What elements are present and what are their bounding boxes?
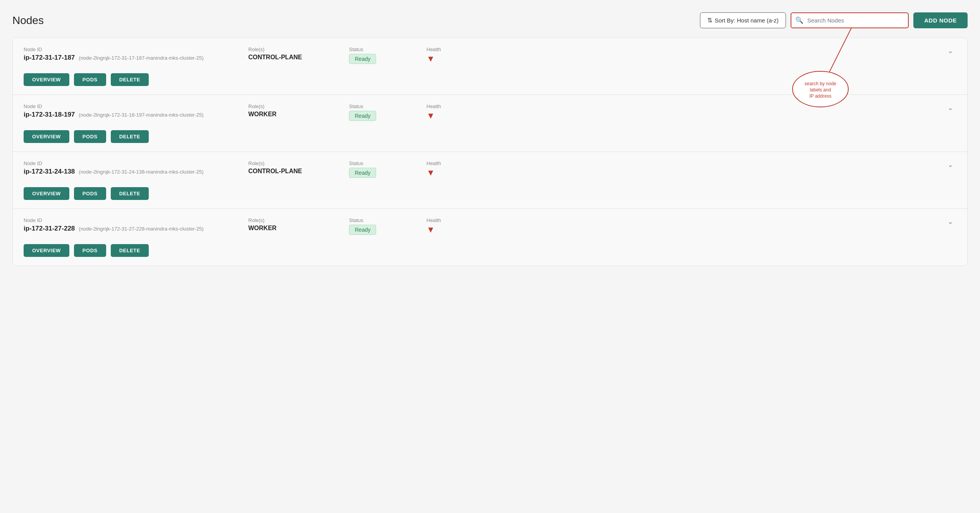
roles-label: Role(s) — [248, 217, 349, 223]
node-actions: OVERVIEWPODSDELETE — [24, 244, 956, 257]
node-col-expand[interactable]: ⌄ — [496, 217, 956, 226]
search-icon: 🔍 — [791, 16, 807, 24]
node-id-row: ip-172-31-24-138 (node-2lngrqk-172-31-24… — [24, 168, 248, 176]
sort-icon: ⇅ — [707, 17, 712, 24]
node-row-top: Node ID ip-172-31-18-197 (node-2lngrqk-1… — [24, 103, 956, 124]
node-col-health: Health ▼ — [426, 103, 496, 121]
node-id-row: ip-172-31-18-197 (node-2lngrqk-172-31-18… — [24, 111, 248, 119]
status-badge: Ready — [349, 225, 376, 235]
roles-label: Role(s) — [248, 46, 349, 52]
sort-button[interactable]: ⇅ Sort By: Host name (a-z) — [700, 12, 786, 28]
status-badge: Ready — [349, 111, 376, 121]
action-btn-delete[interactable]: DELETE — [111, 130, 149, 143]
node-col-id: Node ID ip-172-31-17-187 (node-2lngrqk-1… — [24, 46, 248, 67]
node-col-id: Node ID ip-172-31-18-197 (node-2lngrqk-1… — [24, 103, 248, 124]
action-btn-pods[interactable]: PODS — [74, 187, 106, 200]
expand-chevron[interactable]: ⌄ — [947, 46, 953, 55]
sort-button-label: Sort By: Host name (a-z) — [715, 17, 779, 24]
node-id-name: ip-172-31-17-187 — [24, 54, 75, 62]
node-id-label: Node ID — [24, 217, 248, 223]
health-label: Health — [426, 160, 496, 166]
node-col-role: Role(s) CONTROL-PLANE — [248, 160, 349, 175]
page-title: Nodes — [12, 14, 44, 27]
status-badge: Ready — [349, 54, 376, 64]
node-col-role: Role(s) WORKER — [248, 217, 349, 232]
node-col-health: Health ▼ — [426, 46, 496, 64]
health-indicator: ▼ — [426, 225, 435, 234]
expand-chevron[interactable]: ⌄ — [947, 103, 953, 112]
node-row-top: Node ID ip-172-31-24-138 (node-2lngrqk-1… — [24, 160, 956, 181]
node-actions: OVERVIEWPODSDELETE — [24, 73, 956, 86]
node-card: Node ID ip-172-31-27-228 (node-2lngrqk-1… — [13, 209, 967, 265]
node-id-name: ip-172-31-27-228 — [24, 225, 75, 232]
action-btn-pods[interactable]: PODS — [74, 130, 106, 143]
action-btn-overview[interactable]: OVERVIEW — [24, 187, 69, 200]
search-input[interactable] — [807, 13, 908, 28]
node-id-name: ip-172-31-24-138 — [24, 168, 75, 176]
page-container: Nodes ⇅ Sort By: Host name (a-z) 🔍 ADD N… — [0, 0, 980, 513]
node-id-full: (node-2lngrqk-172-31-18-197-manindra-mks… — [79, 112, 203, 118]
health-label: Health — [426, 217, 496, 223]
add-node-button[interactable]: ADD NODE — [913, 12, 968, 28]
health-indicator: ▼ — [426, 111, 435, 121]
node-col-role: Role(s) CONTROL-PLANE — [248, 46, 349, 61]
nodes-list: Node ID ip-172-31-17-187 (node-2lngrqk-1… — [12, 38, 968, 266]
roles-label: Role(s) — [248, 103, 349, 109]
node-card: Node ID ip-172-31-17-187 (node-2lngrqk-1… — [13, 38, 967, 95]
status-badge: Ready — [349, 168, 376, 178]
action-btn-pods[interactable]: PODS — [74, 73, 106, 86]
node-id-label: Node ID — [24, 103, 248, 109]
node-col-status: Status Ready — [349, 103, 426, 121]
node-row-top: Node ID ip-172-31-27-228 (node-2lngrqk-1… — [24, 217, 956, 238]
health-indicator: ▼ — [426, 54, 435, 64]
node-col-status: Status Ready — [349, 46, 426, 64]
node-id-name: ip-172-31-18-197 — [24, 111, 75, 119]
roles-value: CONTROL-PLANE — [248, 54, 349, 61]
node-id-full: (node-2lngrqk-172-31-24-138-manindra-mks… — [79, 169, 203, 175]
action-btn-overview[interactable]: OVERVIEW — [24, 244, 69, 257]
health-label: Health — [426, 46, 496, 52]
node-col-expand[interactable]: ⌄ — [496, 160, 956, 169]
node-col-health: Health ▼ — [426, 217, 496, 235]
action-btn-delete[interactable]: DELETE — [111, 187, 149, 200]
roles-value: CONTROL-PLANE — [248, 168, 349, 175]
search-wrapper: 🔍 — [791, 12, 909, 28]
health-label: Health — [426, 103, 496, 109]
expand-chevron[interactable]: ⌄ — [947, 217, 953, 226]
node-col-expand[interactable]: ⌄ — [496, 46, 956, 55]
node-actions: OVERVIEWPODSDELETE — [24, 130, 956, 143]
expand-chevron[interactable]: ⌄ — [947, 160, 953, 169]
node-col-id: Node ID ip-172-31-27-228 (node-2lngrqk-1… — [24, 217, 248, 238]
action-btn-delete[interactable]: DELETE — [111, 244, 149, 257]
page-header: Nodes ⇅ Sort By: Host name (a-z) 🔍 ADD N… — [12, 12, 968, 28]
status-label: Status — [349, 103, 426, 109]
node-card: Node ID ip-172-31-24-138 (node-2lngrqk-1… — [13, 152, 967, 209]
status-label: Status — [349, 160, 426, 166]
node-col-id: Node ID ip-172-31-24-138 (node-2lngrqk-1… — [24, 160, 248, 181]
health-indicator: ▼ — [426, 168, 435, 177]
action-btn-overview[interactable]: OVERVIEW — [24, 73, 69, 86]
node-id-full: (node-2lngrqk-172-31-17-187-manindra-mks… — [79, 55, 203, 61]
node-col-status: Status Ready — [349, 160, 426, 178]
roles-label: Role(s) — [248, 160, 349, 166]
status-label: Status — [349, 217, 426, 223]
node-actions: OVERVIEWPODSDELETE — [24, 187, 956, 200]
action-btn-overview[interactable]: OVERVIEW — [24, 130, 69, 143]
node-row-top: Node ID ip-172-31-17-187 (node-2lngrqk-1… — [24, 46, 956, 67]
node-col-expand[interactable]: ⌄ — [496, 103, 956, 112]
node-col-role: Role(s) WORKER — [248, 103, 349, 118]
roles-value: WORKER — [248, 225, 349, 232]
node-id-label: Node ID — [24, 160, 248, 166]
node-id-row: ip-172-31-27-228 (node-2lngrqk-172-31-27… — [24, 225, 248, 232]
node-card: Node ID ip-172-31-18-197 (node-2lngrqk-1… — [13, 95, 967, 152]
node-col-health: Health ▼ — [426, 160, 496, 178]
node-id-row: ip-172-31-17-187 (node-2lngrqk-172-31-17… — [24, 54, 248, 62]
status-label: Status — [349, 46, 426, 52]
action-btn-pods[interactable]: PODS — [74, 244, 106, 257]
roles-value: WORKER — [248, 111, 349, 118]
action-btn-delete[interactable]: DELETE — [111, 73, 149, 86]
node-id-label: Node ID — [24, 46, 248, 52]
node-col-status: Status Ready — [349, 217, 426, 235]
header-actions: ⇅ Sort By: Host name (a-z) 🔍 ADD NODE se… — [700, 12, 968, 28]
node-id-full: (node-2lngrqk-172-31-27-228-manindra-mks… — [79, 226, 203, 232]
